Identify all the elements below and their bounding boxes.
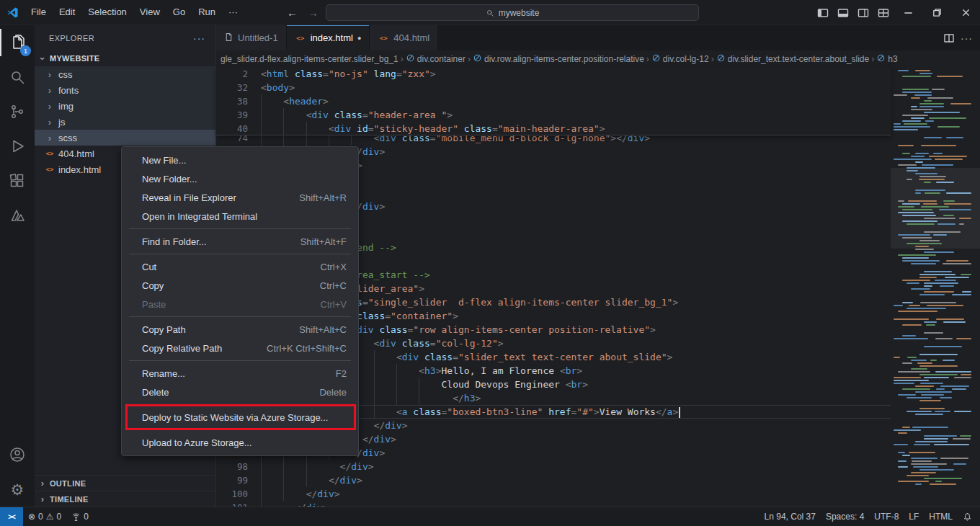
menu-item-reveal-in-file-explorer[interactable]: Reveal in File ExplorerShift+Alt+R: [122, 188, 358, 207]
editor-more-actions[interactable]: ···: [961, 32, 973, 44]
customize-layout-icon[interactable]: [873, 3, 894, 23]
chevron-down-icon: ›: [37, 53, 48, 64]
minimap-mark: [919, 294, 945, 295]
minimap-mark: [894, 429, 921, 431]
minimap[interactable]: [891, 67, 980, 507]
panel-timeline[interactable]: ›TIMELINE: [35, 491, 215, 507]
tab-untitled-1[interactable]: Untitled-1: [216, 25, 287, 50]
code-line-38: 38 <header>: [216, 94, 891, 108]
menu-run[interactable]: Run: [192, 4, 222, 21]
code-line-100: 100 </div>: [216, 487, 891, 501]
menu-item-open-in-integrated-terminal[interactable]: Open in Integrated Terminal: [122, 207, 358, 226]
minimap-mark: [921, 206, 948, 208]
minimap-mark: [930, 483, 956, 485]
source-control-icon[interactable]: [0, 94, 35, 129]
activity-badge: 1: [20, 45, 31, 56]
tree-item-fonts[interactable]: ›fonts: [35, 82, 215, 98]
menu-item-shortcut: Ctrl+K Ctrl+Shift+C: [267, 343, 347, 354]
run-and-debug-icon[interactable]: [0, 129, 35, 164]
command-center-text: mywebsite: [499, 8, 540, 18]
close-icon[interactable]: [951, 0, 980, 25]
menu-item-upload-to-azure-storage[interactable]: Upload to Azure Storage...: [122, 433, 358, 452]
minimap-mark: [894, 305, 903, 306]
forward-arrow-icon[interactable]: →: [308, 6, 318, 19]
tree-item-js[interactable]: ›js: [35, 114, 215, 130]
settings-gear-icon[interactable]: ⚙: [0, 472, 35, 507]
layout-sidebar-right-icon[interactable]: [853, 3, 873, 23]
azure-icon[interactable]: [0, 198, 35, 233]
tree-item-scss[interactable]: ›scss: [35, 130, 215, 146]
explorer-icon[interactable]: 1: [0, 25, 35, 60]
minimap-mark: [940, 385, 969, 387]
menu-item-label: Deploy to Static Website via Azure Stora…: [142, 412, 328, 423]
tab-404-html[interactable]: <>404.html: [370, 25, 438, 50]
minimap-mark: [898, 466, 908, 468]
menu-file[interactable]: File: [24, 4, 53, 21]
tab-index-html[interactable]: <>index.html●: [287, 25, 370, 50]
problems-indicator[interactable]: ⊗ 0 ⚠ 0: [23, 507, 66, 526]
status-cursor-position[interactable]: Ln 94, Col 37: [760, 507, 821, 526]
minimap-mark: [915, 385, 934, 387]
title-bar: FileEditSelectionViewGoRun··· ← → mywebs…: [0, 0, 980, 25]
editor-actions: ···: [940, 25, 980, 50]
menu-item-copy-relative-path[interactable]: Copy Relative PathCtrl+K Ctrl+Shift+C: [122, 339, 358, 357]
split-editor-icon[interactable]: [940, 28, 958, 48]
minimap-mark: [902, 427, 910, 428]
minimap-mark: [919, 240, 940, 241]
minimap-mark: [934, 444, 970, 445]
status-indentation[interactable]: Spaces: 4: [821, 507, 869, 526]
menu-item-cut[interactable]: CutCtrl+X: [122, 257, 358, 276]
back-arrow-icon[interactable]: ←: [287, 6, 298, 19]
menu-item-rename[interactable]: Rename...F2: [122, 364, 358, 383]
minimap-mark: [906, 170, 918, 171]
explorer-more-actions[interactable]: ···: [193, 32, 205, 44]
menu-edit[interactable]: Edit: [53, 4, 81, 21]
layout-sidebar-left-icon[interactable]: [813, 3, 833, 23]
menu-item-paste[interactable]: PasteCtrl+V: [122, 295, 358, 313]
minimize-icon[interactable]: [894, 0, 922, 25]
tree-item-img[interactable]: ›img: [35, 98, 215, 114]
menu-view[interactable]: View: [133, 4, 166, 21]
minimap-mark: [927, 97, 953, 99]
tab-label: 404.html: [393, 32, 429, 43]
search-icon[interactable]: [0, 60, 35, 94]
menu-selection[interactable]: Selection: [81, 4, 133, 21]
tree-item-css[interactable]: ›css: [35, 66, 215, 82]
menu-item-copy[interactable]: CopyCtrl+C: [122, 276, 358, 295]
minimap-mark: [950, 103, 971, 104]
status-encoding[interactable]: UTF-8: [869, 507, 904, 526]
ports-indicator[interactable]: 0: [66, 507, 94, 526]
accounts-icon[interactable]: [0, 437, 35, 472]
extensions-icon[interactable]: [0, 164, 35, 198]
bell-icon[interactable]: [958, 507, 977, 526]
panel-outline[interactable]: ›OUTLINE: [35, 475, 215, 491]
status-eol[interactable]: LF: [904, 507, 924, 526]
minimap-mark: [915, 246, 929, 247]
command-center[interactable]: mywebsite: [326, 4, 699, 21]
minimap-mark: [902, 455, 910, 456]
restore-icon[interactable]: [922, 0, 951, 25]
menu-item-deploy-to-static-website-via-azure-storage[interactable]: Deploy to Static Website via Azure Stora…: [122, 408, 358, 427]
menu-item-copy-path[interactable]: Copy PathShift+Alt+C: [122, 320, 358, 339]
workspace-section-header[interactable]: › MYWEBSITE: [35, 50, 215, 66]
menu-item-delete[interactable]: DeleteDelete: [122, 383, 358, 401]
menu-[interactable]: ···: [222, 4, 244, 21]
minimap-mark: [935, 338, 953, 339]
minimap-mark: [911, 106, 917, 107]
menu-go[interactable]: Go: [166, 4, 192, 21]
line-number: 100: [216, 487, 261, 501]
breadcrumb-item-div-container[interactable]: div.container: [406, 53, 466, 65]
breadcrumb-item-div-col-lg-12[interactable]: div.col-lg-12: [651, 53, 709, 65]
breadcrumb-item-gle-slider-d-flex-align-items-[interactable]: gle_slider.d-flex.align-items-center.sli…: [220, 54, 398, 64]
breadcrumb-item-div-row-align-items-center-pos[interactable]: div.row.align-items-center.position-rela…: [473, 53, 644, 65]
remote-indicator[interactable]: ><: [0, 507, 23, 526]
breadcrumb-item-h3[interactable]: h3: [876, 53, 897, 65]
breadcrumb-item-div-slider-text-text-center-ab[interactable]: div.slider_text.text-center.about_slide: [716, 53, 870, 65]
menu-item-find-in-folder[interactable]: Find in Folder...Shift+Alt+F: [122, 232, 358, 251]
status-language-mode[interactable]: HTML: [924, 507, 958, 526]
menu-item-new-file[interactable]: New File...: [122, 151, 358, 169]
menu-item-new-folder[interactable]: New Folder...: [122, 169, 358, 188]
minimap-mark: [902, 209, 932, 210]
layout-panel-icon[interactable]: [833, 3, 853, 23]
minimap-mark: [915, 483, 922, 485]
